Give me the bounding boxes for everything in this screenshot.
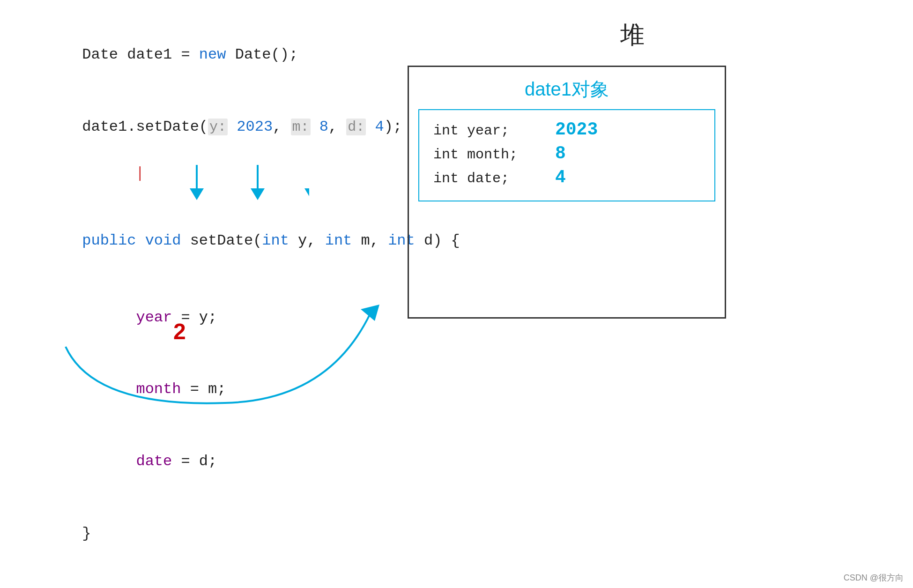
svg-marker-5 <box>304 188 309 200</box>
brace: } <box>82 525 91 542</box>
code-new: new <box>199 46 226 63</box>
field-date-name: int date; <box>433 171 555 186</box>
code-text2: Date(); <box>226 46 298 63</box>
object-inner-box: int year; 2023 int month; 8 int date; 4 <box>418 109 715 201</box>
keyword-int2: int <box>325 232 352 249</box>
assign-month: = m; <box>181 380 226 398</box>
heap-title: 堆 <box>379 19 885 52</box>
body-month: month = m; <box>28 353 323 425</box>
close-brace: } <box>28 497 323 569</box>
watermark: CSDN @很方向 <box>844 572 904 583</box>
param-m-val: 8 <box>311 118 328 135</box>
body-date: date = d; <box>28 425 323 498</box>
keyword-void2: void <box>145 232 181 249</box>
field-row-month: int month; 8 <box>433 143 700 164</box>
param-y-val: 2023 <box>228 118 273 135</box>
red-marker-2: 2 <box>173 319 186 344</box>
down-arrows-svg <box>28 163 309 205</box>
heap-section: 堆 date1对象 int year; 2023 int month; 8 in… <box>351 0 913 588</box>
param-y: y, <box>289 232 325 249</box>
method-body: year = y; month = m; date = d; <box>28 282 323 498</box>
field-year-value: 2023 <box>555 119 598 140</box>
code-section: Date date1 = new Date(); date1.setDate(y… <box>0 0 351 588</box>
svg-marker-1 <box>190 188 204 200</box>
field-date-value: 4 <box>555 167 566 187</box>
code-text: Date date1 = <box>82 46 199 63</box>
heap-outer-box: date1对象 int year; 2023 int month; 8 int … <box>408 66 726 319</box>
svg-marker-3 <box>251 188 265 200</box>
object-title: date1对象 <box>418 76 715 102</box>
main-container: Date date1 = new Date(); date1.setDate(y… <box>0 0 913 588</box>
method-name: setDate( <box>181 232 262 249</box>
param-y-label: y: <box>208 119 228 135</box>
field-row-date: int date; 4 <box>433 167 700 187</box>
code-line-1: Date date1 = new Date(); <box>28 19 323 91</box>
field-row-year: int year; 2023 <box>433 119 700 140</box>
comma1: , <box>273 118 290 135</box>
var-year: year <box>100 309 172 326</box>
code-line-2: date1.setDate(y: 2023, m: 8, d: 4); <box>28 91 323 163</box>
field-month-value: 8 <box>555 143 566 164</box>
code-setdate-prefix: date1.setDate( <box>82 118 208 135</box>
param-m-label: m: <box>291 119 311 135</box>
assign-date: = d; <box>172 453 217 470</box>
field-year-name: int year; <box>433 123 555 139</box>
var-month: month <box>100 380 181 398</box>
method-signature: public void setDate(int y, int m, int d)… <box>28 205 323 277</box>
keyword-int1: int <box>262 232 289 249</box>
arrows-container: | <box>28 163 323 205</box>
keyword-public: public <box>82 232 136 249</box>
comma2: , <box>328 118 346 135</box>
keyword-void <box>136 232 145 249</box>
field-month-name: int month; <box>433 147 555 163</box>
var-date: date <box>100 453 172 470</box>
